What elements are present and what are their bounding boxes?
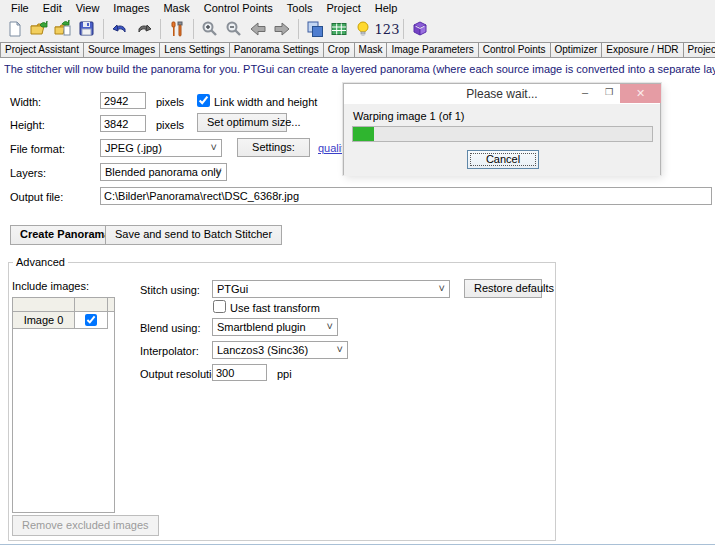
undo-button[interactable] [108, 18, 132, 40]
format-settings-button[interactable]: Settings: [237, 138, 310, 157]
arrow-right-icon [273, 20, 291, 38]
menu-help[interactable]: Help [368, 1, 405, 15]
zoom-out-button[interactable] [222, 18, 246, 40]
create-panorama-button[interactable]: Create Panorama [10, 225, 121, 245]
table-header-row [13, 298, 114, 312]
save-batch-stitcher-button[interactable]: Save and send to Batch Stitcher [105, 225, 282, 245]
chevron-down-icon: ˅ [327, 320, 333, 332]
options-button[interactable] [165, 18, 189, 40]
width-unit-label: pixels [156, 96, 184, 108]
zoom-in-button[interactable] [198, 18, 222, 40]
open-folder-icon [30, 20, 48, 38]
menu-project[interactable]: Project [320, 1, 368, 15]
close-button[interactable]: ✕ [620, 84, 661, 103]
tab-mask[interactable]: Mask [355, 42, 388, 58]
close-icon: ✕ [636, 87, 645, 99]
dialog-titlebar[interactable]: Please wait... – ❒ ✕ [344, 84, 660, 104]
zoom-out-icon [225, 20, 243, 38]
include-images-table: Image 0 [12, 297, 115, 513]
menu-view[interactable]: View [69, 1, 107, 15]
layers-icon [306, 20, 324, 38]
width-input[interactable] [100, 92, 146, 109]
stitch-using-select[interactable]: PTGui˅ [212, 280, 450, 298]
blend-using-select[interactable]: Smartblend plugin˅ [212, 318, 338, 336]
maximize-button[interactable]: ❒ [598, 84, 620, 103]
interpolator-label: Interpolator: [140, 345, 199, 357]
blend-using-value: Smartblend plugin [217, 321, 306, 333]
height-label: Height: [10, 119, 45, 131]
output-resolution-unit: ppi [277, 368, 292, 380]
tab-project-assistant[interactable]: Project Assistant [0, 42, 84, 58]
menu-images[interactable]: Images [106, 1, 156, 15]
cancel-button[interactable]: Cancel [467, 150, 539, 169]
dialog-body: Warping image 1 (of 1) Cancel [344, 104, 660, 176]
output-file-label: Output file: [10, 191, 63, 203]
output-file-input[interactable] [100, 187, 712, 205]
interpolator-select[interactable]: Lanczos3 (Sinc36)˅ [212, 341, 348, 359]
chevron-down-icon: ˅ [337, 343, 343, 355]
use-fast-transform-checkbox[interactable] [213, 300, 226, 313]
menu-edit[interactable]: Edit [36, 1, 69, 15]
tab-lens-settings[interactable]: Lens Settings [160, 42, 230, 58]
help-button[interactable] [408, 18, 432, 40]
save-icon [78, 20, 96, 38]
progress-fill [353, 127, 374, 141]
set-optimum-size-button[interactable]: Set optimum size... [197, 113, 287, 132]
link-width-height-checkbox[interactable] [197, 94, 210, 107]
restore-defaults-button[interactable]: Restore defaults [464, 279, 542, 298]
numerical-transform-button[interactable]: 123 [375, 18, 399, 40]
tab-crop[interactable]: Crop [324, 42, 355, 58]
toolbar-separator [403, 19, 404, 39]
tab-control-points[interactable]: Control Points [479, 42, 551, 58]
please-wait-dialog: Please wait... – ❒ ✕ Warping image 1 (of… [343, 83, 661, 175]
tab-source-images[interactable]: Source Images [84, 42, 160, 58]
stitch-using-value: PTGui [217, 283, 248, 295]
image-include-checkbox[interactable] [85, 314, 97, 326]
stitcher-info-text: The stitcher will now build the panorama… [4, 63, 715, 75]
file-format-label: File format: [10, 143, 65, 155]
lightbulb-icon [354, 20, 372, 38]
tab-exposure-hdr[interactable]: Exposure / HDR [602, 42, 683, 58]
redo-icon [135, 20, 153, 38]
file-format-select[interactable]: JPEG (.jpg)˅ [100, 139, 222, 157]
remove-excluded-images-button[interactable]: Remove excluded images [12, 515, 159, 536]
output-resolution-input[interactable] [212, 364, 267, 381]
file-format-value: JPEG (.jpg) [105, 142, 162, 154]
table-header-filler [108, 298, 114, 312]
menu-tools[interactable]: Tools [280, 1, 320, 15]
minimize-button[interactable]: – [574, 84, 596, 103]
panorama-editor-button[interactable] [303, 18, 327, 40]
layers-value: Blended panorama only [105, 166, 221, 178]
image-name-cell: Image 0 [13, 312, 75, 329]
save-project-button[interactable] [75, 18, 99, 40]
previous-image-button[interactable] [246, 18, 270, 40]
tab-optimizer[interactable]: Optimizer [551, 42, 603, 58]
new-project-button[interactable] [3, 18, 27, 40]
ptgui-window: File Edit View Images Mask Control Point… [0, 0, 715, 550]
tab-panorama-settings[interactable]: Panorama Settings [230, 42, 324, 58]
tab-image-parameters[interactable]: Image Parameters [387, 42, 478, 58]
arrow-left-icon [249, 20, 267, 38]
toolbar-separator [160, 19, 161, 39]
open-project-button[interactable] [27, 18, 51, 40]
detail-viewer-button[interactable] [327, 18, 351, 40]
table-row: Image 0 [13, 312, 114, 329]
interpolator-value: Lanczos3 (Sinc36) [217, 344, 308, 356]
toolbar-separator [103, 19, 104, 39]
tab-bar: Project Assistant Source Images Lens Set… [0, 42, 715, 58]
width-label: Width: [10, 96, 41, 108]
redo-button[interactable] [132, 18, 156, 40]
folder-page-icon [54, 20, 72, 38]
menu-mask[interactable]: Mask [156, 1, 196, 15]
menu-file[interactable]: File [4, 1, 36, 15]
add-images-button[interactable] [51, 18, 75, 40]
next-image-button[interactable] [270, 18, 294, 40]
toolbar: 123 [0, 16, 715, 42]
menu-bar: File Edit View Images Mask Control Point… [0, 0, 715, 16]
undo-icon [111, 20, 129, 38]
height-input[interactable] [100, 115, 146, 132]
menu-control-points[interactable]: Control Points [197, 1, 280, 15]
tab-project-settings[interactable]: Project Settings [684, 42, 715, 58]
progress-status-text: Warping image 1 (of 1) [353, 110, 464, 122]
layers-select[interactable]: Blended panorama only˅ [100, 163, 227, 181]
